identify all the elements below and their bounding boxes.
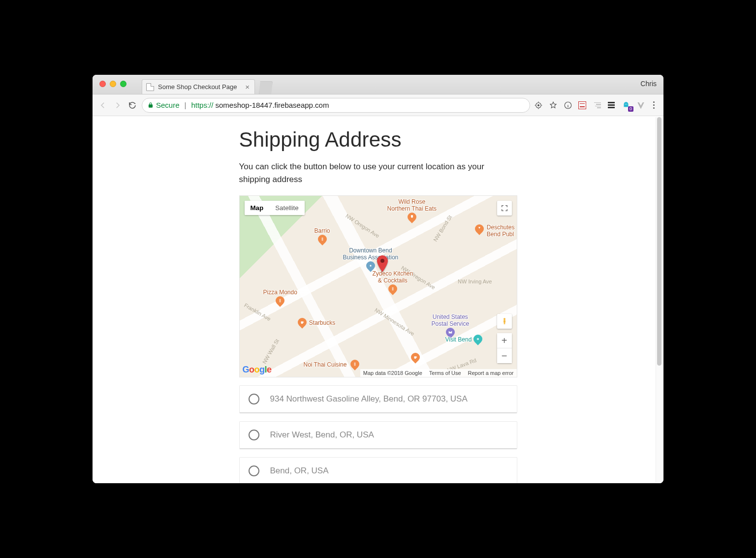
map-zoom-in[interactable]: + bbox=[497, 333, 512, 348]
page-viewport: Shipping Address You can click the butto… bbox=[93, 116, 663, 483]
address-text: River West, Bend, OR, USA bbox=[270, 430, 374, 440]
svg-rect-13 bbox=[393, 287, 393, 290]
address-option[interactable]: River West, Bend, OR, USA bbox=[239, 421, 517, 449]
radio-icon bbox=[249, 430, 259, 440]
address-bar[interactable]: Secure | https://someshop-18447.firebase… bbox=[142, 98, 530, 113]
page-lead: You can click the button below to use yo… bbox=[239, 160, 517, 186]
star-icon[interactable] bbox=[549, 101, 558, 110]
map-type-satellite[interactable]: Satellite bbox=[269, 201, 304, 215]
notes-icon[interactable] bbox=[592, 101, 601, 110]
lock-icon bbox=[147, 102, 154, 109]
browser-titlebar: Some Shop Checkout Page × Chris bbox=[93, 75, 663, 94]
streetview-pegman[interactable] bbox=[497, 314, 512, 329]
street-label: NW Minnesota Ave bbox=[374, 307, 415, 337]
map[interactable]: Map Satellite + − NW Oregon Ave NW Minne… bbox=[239, 195, 517, 377]
new-tab-button[interactable] bbox=[259, 81, 273, 94]
back-button[interactable] bbox=[97, 100, 108, 111]
ghostery-icon[interactable]: 0 bbox=[622, 101, 630, 110]
browser-toolbar: Secure | https://someshop-18447.firebase… bbox=[93, 94, 663, 116]
map-attribution: Map data ©2018 Google Terms of Use Repor… bbox=[360, 369, 517, 377]
ghostery-badge: 0 bbox=[628, 106, 633, 112]
svg-point-4 bbox=[627, 104, 628, 105]
poi-downtown-assoc[interactable]: Downtown Bend Business Association bbox=[343, 248, 399, 272]
vue-devtools-icon[interactable] bbox=[636, 101, 645, 110]
svg-point-11 bbox=[370, 265, 371, 266]
svg-rect-18 bbox=[354, 363, 354, 366]
browser-tab[interactable]: Some Shop Checkout Page × bbox=[142, 79, 255, 94]
info-icon[interactable] bbox=[564, 101, 572, 110]
url-host: someshop-18447.firebaseapp.com bbox=[215, 101, 329, 109]
buffer-icon[interactable] bbox=[607, 101, 616, 110]
svg-point-5 bbox=[504, 318, 505, 320]
svg-point-20 bbox=[380, 259, 384, 263]
address-text: Bend, OR, USA bbox=[270, 466, 329, 476]
extension-icons: 0 bbox=[534, 101, 659, 110]
poi-barrio[interactable]: Barrio bbox=[315, 228, 330, 245]
poi-starbucks[interactable]: Starbucks bbox=[298, 318, 336, 328]
tab-title: Some Shop Checkout Page bbox=[158, 83, 237, 91]
map-report-link[interactable]: Report a map error bbox=[468, 370, 514, 376]
browser-window: Some Shop Checkout Page × Chris Secure |… bbox=[93, 75, 663, 483]
location-target-icon[interactable] bbox=[534, 101, 543, 110]
page-icon bbox=[146, 83, 154, 91]
svg-point-3 bbox=[625, 104, 626, 105]
poi-cafe[interactable] bbox=[411, 353, 420, 363]
svg-rect-12 bbox=[392, 287, 393, 290]
reload-button[interactable] bbox=[127, 100, 138, 111]
adblock-icon[interactable] bbox=[578, 101, 586, 109]
svg-rect-7 bbox=[504, 322, 504, 324]
svg-rect-8 bbox=[504, 322, 505, 324]
poi-pizza-mondo[interactable]: Pizza Mondo bbox=[263, 289, 297, 307]
poi-wild-rose[interactable]: Wild Rose Northern Thai Eats bbox=[387, 199, 437, 223]
map-data-label: Map data ©2018 Google bbox=[363, 370, 422, 376]
map-zoom-out[interactable]: − bbox=[497, 348, 512, 363]
scrollbar[interactable] bbox=[656, 117, 662, 482]
browser-menu-button[interactable] bbox=[651, 101, 657, 109]
poi-visit-bend[interactable]: Visit Bend bbox=[445, 335, 482, 345]
svg-rect-10 bbox=[322, 237, 323, 241]
map-fullscreen-button[interactable] bbox=[497, 201, 512, 216]
window-controls bbox=[99, 81, 126, 87]
secure-label: Secure bbox=[156, 101, 180, 109]
svg-rect-15 bbox=[281, 299, 281, 302]
address-option[interactable]: Bend, OR, USA bbox=[239, 457, 517, 483]
google-logo: Google bbox=[243, 365, 272, 375]
address-text: 934 Northwest Gasoline Alley, Bend, OR 9… bbox=[270, 394, 468, 404]
svg-point-1 bbox=[538, 104, 539, 106]
poi-deschutes[interactable]: Deschutes Bend Publ bbox=[475, 224, 514, 238]
street-label: NW Irving Ave bbox=[458, 279, 492, 284]
profile-name[interactable]: Chris bbox=[640, 80, 657, 88]
svg-rect-19 bbox=[355, 363, 355, 366]
address-option[interactable]: 934 Northwest Gasoline Alley, Bend, OR 9… bbox=[239, 385, 517, 413]
map-zoom-control: + − bbox=[497, 333, 512, 363]
minimize-window-button[interactable] bbox=[110, 81, 116, 87]
forward-button[interactable] bbox=[112, 100, 123, 111]
map-terms-link[interactable]: Terms of Use bbox=[429, 370, 461, 376]
close-window-button[interactable] bbox=[99, 81, 106, 87]
poi-noi-thai[interactable]: Noi Thai Cuisine bbox=[304, 360, 359, 370]
url-protocol: https:// bbox=[191, 101, 213, 109]
maximize-window-button[interactable] bbox=[120, 81, 126, 87]
close-tab-button[interactable]: × bbox=[245, 83, 250, 91]
map-type-control: Map Satellite bbox=[245, 201, 305, 215]
map-marker-icon[interactable] bbox=[377, 255, 388, 267]
svg-rect-6 bbox=[504, 320, 505, 322]
scrollbar-thumb[interactable] bbox=[657, 117, 662, 366]
address-list: 934 Northwest Gasoline Alley, Bend, OR 9… bbox=[239, 385, 517, 483]
url-separator: | bbox=[185, 101, 187, 109]
svg-rect-14 bbox=[280, 299, 280, 302]
poi-zydeco[interactable]: Zydeco Kitchen & Cocktails bbox=[373, 271, 413, 295]
svg-rect-9 bbox=[321, 237, 322, 241]
radio-icon bbox=[249, 394, 259, 404]
street-label: NW Wall St bbox=[261, 338, 280, 365]
page-content: Shipping Address You can click the butto… bbox=[234, 128, 522, 483]
street-label: NW Oregon Ave bbox=[345, 213, 380, 239]
page-title: Shipping Address bbox=[239, 128, 517, 152]
map-type-map[interactable]: Map bbox=[245, 201, 270, 215]
radio-icon bbox=[249, 465, 259, 476]
